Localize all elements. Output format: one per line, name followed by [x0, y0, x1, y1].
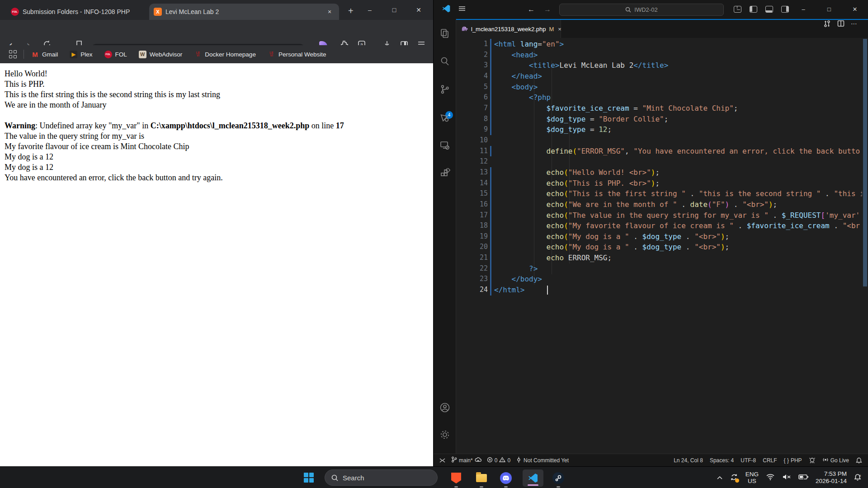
run-debug-icon[interactable]: [439, 112, 450, 123]
remote-indicator-icon[interactable]: [439, 457, 446, 464]
code-line[interactable]: $dog_type = 12;: [494, 124, 862, 135]
code-line[interactable]: [494, 156, 862, 167]
start-button[interactable]: [304, 473, 314, 483]
code-line[interactable]: </html>: [494, 285, 862, 296]
taskbar-steam-icon[interactable]: [552, 472, 564, 484]
indentation-item[interactable]: Spaces: 4: [710, 457, 734, 464]
browser-tab-inactive[interactable]: FOL Submission Folders - INFO-1208 PHP: [6, 4, 142, 20]
code-line[interactable]: ?>: [494, 263, 862, 274]
accounts-icon[interactable]: [439, 402, 450, 413]
language-mode-item[interactable]: { } PHP: [784, 457, 802, 464]
nav-back-icon[interactable]: ←: [528, 5, 535, 14]
vscode-maximize-button[interactable]: □: [825, 5, 834, 14]
source-control-icon[interactable]: [439, 84, 450, 95]
git-modified-bar: [490, 60, 491, 71]
encoding-item[interactable]: UTF-8: [741, 457, 756, 464]
code-line[interactable]: <head>: [494, 50, 862, 61]
commit-status-item[interactable]: Not Committed Yet: [516, 457, 569, 464]
volume-muted-icon[interactable]: [782, 474, 791, 482]
code-line[interactable]: [494, 135, 862, 146]
notification-bell-dnd-icon[interactable]: z: [854, 474, 862, 482]
apps-grid-icon[interactable]: [9, 50, 17, 58]
browser-close-button[interactable]: ✕: [414, 5, 423, 14]
browser-maximize-button[interactable]: □: [390, 5, 399, 14]
code-line[interactable]: define("ERROR_MSG", "You have encountere…: [494, 146, 862, 157]
notifications-bell-icon[interactable]: [856, 457, 862, 464]
extension-status-icon[interactable]: [809, 457, 816, 464]
taskbar-discord-icon[interactable]: [500, 472, 512, 484]
clock[interactable]: 7:53 PM 2026-01-14: [816, 470, 847, 485]
vscode-close-button[interactable]: ✕: [850, 5, 859, 14]
extensions-icon[interactable]: [439, 168, 450, 179]
remote-explorer-icon[interactable]: [439, 140, 450, 151]
git-modified-bar: [490, 210, 491, 221]
code-line[interactable]: </head>: [494, 71, 862, 82]
vscode-menu-icon[interactable]: [458, 5, 466, 14]
bookmark-item[interactable]: LEVIDocker Homepage: [194, 51, 256, 58]
code-line[interactable]: <html lang="en">: [494, 39, 862, 50]
code-editor[interactable]: 123456789101112131415161718192021222324 …: [456, 38, 862, 454]
new-tab-button[interactable]: +: [348, 6, 354, 15]
code-line[interactable]: <body>: [494, 82, 862, 93]
browser-minimize-button[interactable]: –: [365, 5, 374, 14]
git-branch-item[interactable]: main*: [451, 456, 481, 464]
wifi-icon[interactable]: [766, 474, 775, 482]
code-line[interactable]: echo("My favorite flavour of ice cream i…: [494, 221, 862, 231]
cursor-position-item[interactable]: Ln 24, Col 8: [674, 457, 703, 464]
eol-item[interactable]: CRLF: [763, 457, 777, 464]
taskbar-brave-icon[interactable]: [450, 472, 462, 484]
bookmark-item[interactable]: ▶Plex: [70, 51, 92, 58]
battery-icon[interactable]: [798, 474, 808, 481]
line-number: 24: [456, 285, 488, 296]
code-line[interactable]: $dog_type = "Border Collie";: [494, 114, 862, 125]
bookmark-item[interactable]: LEVIPersonal Website: [268, 51, 326, 58]
code-line[interactable]: echo ERROR_MSG;: [494, 253, 862, 263]
customize-layout-icon[interactable]: [734, 6, 741, 13]
toggle-primary-sidebar-icon[interactable]: [750, 6, 757, 13]
code-line[interactable]: echo("The value in the query string for …: [494, 210, 862, 221]
toggle-secondary-sidebar-icon[interactable]: [781, 6, 789, 13]
scrollbar-thumb[interactable]: [863, 39, 867, 286]
code-line[interactable]: echo("Hello World! <br>");: [494, 167, 862, 178]
editor-more-actions-icon[interactable]: ⋯: [851, 20, 857, 38]
code-line[interactable]: echo("This is PHP. <br>");: [494, 178, 862, 189]
code-line[interactable]: </body>: [494, 274, 862, 285]
code-line[interactable]: echo("This is the first string " . "this…: [494, 188, 862, 199]
explorer-icon[interactable]: [439, 28, 450, 39]
taskbar-search[interactable]: Search: [325, 469, 438, 486]
language-indicator[interactable]: ENG US: [745, 471, 759, 484]
problems-item[interactable]: 0 0: [487, 457, 510, 464]
code-line[interactable]: echo("My dog is a " . $dog_type . "<br>"…: [494, 231, 862, 242]
open-changes-icon[interactable]: [823, 20, 831, 38]
command-center-search[interactable]: IWD2-02: [559, 4, 724, 16]
sync-icon[interactable]: [730, 474, 738, 482]
git-modified-bar: [490, 82, 491, 93]
tray-chevron-up-icon[interactable]: [717, 474, 723, 481]
code-line[interactable]: echo("My dog is a " . $dog_type . "<br>"…: [494, 242, 862, 253]
editor-tab-active[interactable]: l_mclean215318_week2.php M ×: [456, 20, 561, 38]
code-line[interactable]: <title>Levi McLean Lab 2</title>: [494, 60, 862, 71]
taskbar-vscode-icon[interactable]: [523, 469, 543, 487]
bookmark-item[interactable]: MGmail: [31, 51, 58, 58]
code-line[interactable]: <?php: [494, 92, 862, 103]
search-icon[interactable]: [439, 56, 450, 67]
tab-title: Submission Folders - INFO-1208 PHP: [23, 8, 137, 15]
code-line[interactable]: echo("We are in the month of " . date("F…: [494, 199, 862, 210]
bookmark-item[interactable]: WWebAdvisor: [139, 51, 183, 58]
editor-scrollbar[interactable]: [862, 38, 868, 454]
tab-close-icon[interactable]: ×: [325, 7, 335, 17]
git-modified-bar: [490, 114, 491, 125]
toggle-panel-icon[interactable]: [765, 6, 773, 13]
search-placeholder: Search: [343, 474, 364, 482]
tab-close-icon[interactable]: ×: [558, 26, 561, 33]
taskbar-file-explorer-icon[interactable]: [476, 472, 487, 484]
nav-forward-icon[interactable]: →: [544, 5, 551, 14]
split-editor-icon[interactable]: [837, 20, 844, 38]
code-line[interactable]: $favorite_ice_cream = "Mint Chocolate Ch…: [494, 103, 862, 114]
go-live-item[interactable]: Go Live: [822, 457, 849, 464]
bookmark-item[interactable]: FOLFOL: [104, 51, 127, 58]
settings-gear-icon[interactable]: [439, 429, 450, 440]
line-number: 2: [456, 50, 488, 61]
browser-tab-active[interactable]: X Levi McLean Lab 2 ×: [149, 4, 339, 20]
vscode-minimize-button[interactable]: –: [799, 5, 808, 14]
